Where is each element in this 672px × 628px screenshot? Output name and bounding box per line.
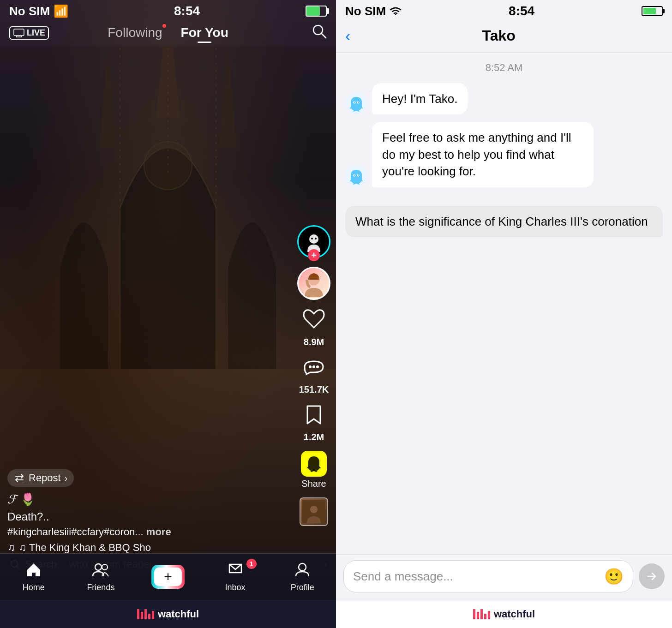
watchful-logo-left: watchful <box>137 608 199 620</box>
side-avatar-image <box>300 269 328 297</box>
watchful-footer-right: watchful <box>336 600 672 628</box>
creator-info: ℱ 🌷 <box>7 492 290 507</box>
side-profile-avatar[interactable] <box>297 267 330 300</box>
right-battery <box>642 6 663 16</box>
message-timestamp: 8:52 AM <box>345 62 663 74</box>
bookmark-icon <box>303 403 325 430</box>
music-info: ♫ ♫ The King Khan & BBQ Sho <box>7 542 290 554</box>
svg-point-32 <box>299 563 306 571</box>
right-status-bar: No SIM 8:54 <box>336 0 672 22</box>
share-label: Share <box>301 478 326 489</box>
svg-rect-12 <box>14 29 24 36</box>
nav-inbox[interactable]: 1 Inbox <box>217 562 254 592</box>
search-button[interactable] <box>311 23 327 42</box>
follow-plus-button[interactable]: + <box>308 249 320 261</box>
right-carrier: No SIM <box>345 4 402 18</box>
svg-point-30 <box>95 564 102 570</box>
watchful-bars-icon-right <box>473 609 490 619</box>
suggested-query-container: What is the significance of King Charles… <box>345 206 663 237</box>
nav-friends[interactable]: Friends <box>82 562 119 592</box>
battery-fill <box>643 8 656 14</box>
nav-home[interactable]: Home <box>15 562 52 592</box>
wifi-svg-right <box>390 6 402 15</box>
music-note-icon: ♫ <box>7 542 15 554</box>
nav-profile[interactable]: Profile <box>284 562 321 592</box>
like-button[interactable]: 8.9M <box>303 308 325 347</box>
chat-header: ‹ Tako <box>336 22 672 53</box>
thumbnail-image <box>302 500 325 523</box>
message-2-text: Feel free to ask me anything and I'll do… <box>382 131 571 178</box>
svg-point-19 <box>311 238 313 239</box>
nav-create[interactable]: + <box>150 565 186 589</box>
right-action-buttons: + <box>297 225 330 526</box>
message-group-2: Feel free to ask me anything and I'll do… <box>345 122 663 187</box>
message-1-bubble: Hey! I'm Tako. <box>372 83 468 114</box>
suggested-query-bubble: What is the significance of King Charles… <box>345 206 663 237</box>
send-icon <box>645 570 658 583</box>
svg-line-17 <box>322 34 326 38</box>
creator-initial: ℱ <box>7 492 17 507</box>
repost-button[interactable]: Repost › <box>7 469 74 487</box>
home-svg <box>26 562 42 577</box>
tab-for-you[interactable]: For You <box>181 25 228 40</box>
svg-point-24 <box>312 365 315 368</box>
inbox-badge: 1 <box>246 559 257 569</box>
home-label: Home <box>23 583 45 592</box>
video-caption-text: Death?.. <box>7 510 290 523</box>
tiktok-panel: No SIM 📶 8:54 LIVE <box>0 0 336 600</box>
svg-point-18 <box>309 234 318 244</box>
snapchat-ghost-svg <box>305 455 323 473</box>
send-button[interactable] <box>639 563 665 589</box>
inbox-svg <box>228 562 243 577</box>
more-button[interactable]: more <box>146 526 171 538</box>
related-video-thumbnail[interactable] <box>300 497 328 526</box>
comment-count: 151.7K <box>299 384 329 395</box>
friends-icon <box>92 562 109 581</box>
svg-point-37 <box>358 102 359 103</box>
right-no-sim: No SIM <box>345 4 386 18</box>
live-button[interactable]: LIVE <box>9 26 49 40</box>
inbox-icon <box>228 562 243 581</box>
tako-ghost-svg <box>348 95 365 112</box>
search-icon <box>311 23 327 39</box>
video-caption-area: Repost › ℱ 🌷 Death?.. #kingcharlesiii#cc… <box>7 469 290 554</box>
svg-point-27 <box>310 506 318 513</box>
svg-point-20 <box>315 238 317 239</box>
video-hashtags: #kingcharlesiii#ccfary#coron... more <box>7 526 290 538</box>
message-input-container[interactable]: Send a message... 🙂 <box>343 560 633 592</box>
nav-tabs: Following For You <box>108 25 228 40</box>
svg-point-16 <box>313 25 323 35</box>
heart-svg <box>303 308 325 330</box>
status-time-left: 8:54 <box>174 4 200 18</box>
watchful-footer-left: watchful <box>0 600 336 628</box>
wifi-icon: 📶 <box>54 4 68 18</box>
watchful-label-left: watchful <box>158 608 199 620</box>
tab-following[interactable]: Following <box>108 25 162 40</box>
message-2-bubble: Feel free to ask me anything and I'll do… <box>372 122 594 187</box>
share-button[interactable]: Share <box>301 451 327 489</box>
watchful-logo-right: watchful <box>473 608 535 620</box>
left-status-bar: No SIM 📶 8:54 <box>0 0 336 22</box>
tako-avatar <box>345 92 367 114</box>
back-button[interactable]: ‹ <box>345 27 350 45</box>
emoji-button[interactable]: 🙂 <box>604 567 624 586</box>
bookmark-button[interactable]: 1.2M <box>303 403 325 443</box>
comment-button[interactable]: 151.7K <box>299 356 329 395</box>
message-input-placeholder: Send a message... <box>353 569 604 584</box>
watchful-label-right: watchful <box>494 608 535 620</box>
messages-area: 8:52 AM Hey! I'm Tako. <box>336 53 672 554</box>
svg-point-9 <box>144 142 192 190</box>
chat-input-area: Send a message... 🙂 <box>336 554 672 600</box>
right-time: 8:54 <box>509 4 534 18</box>
notification-dot <box>162 24 166 28</box>
tako-avatar-2 <box>345 165 367 187</box>
profile-icon <box>294 562 310 581</box>
message-1-text: Hey! I'm Tako. <box>382 92 457 106</box>
chat-title: Tako <box>360 27 638 44</box>
create-button[interactable]: + <box>151 565 185 589</box>
comment-svg <box>303 356 325 378</box>
bookmark-svg <box>303 403 325 425</box>
battery-icon-right <box>642 6 663 16</box>
tv-icon <box>13 28 25 37</box>
creator-avatar-container[interactable]: + <box>297 225 330 258</box>
